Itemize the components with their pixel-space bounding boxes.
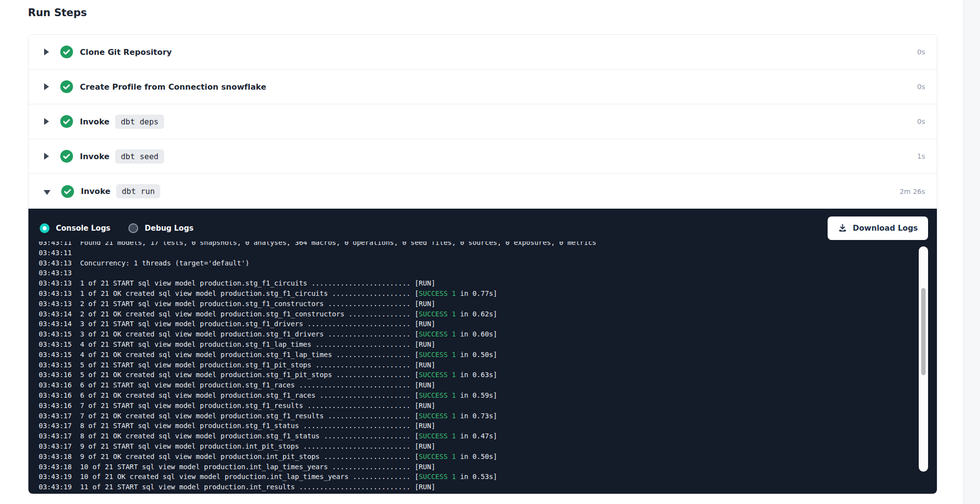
step-row-1[interactable]: Clone Git Repository0s bbox=[28, 35, 937, 70]
step-duration: 0s bbox=[917, 48, 925, 56]
log-line: 03:43:1911 of 21 START sql view model pr… bbox=[39, 482, 937, 492]
scrollbar-thumb[interactable] bbox=[921, 288, 926, 375]
download-logs-label: Download Logs bbox=[853, 224, 918, 233]
log-line: 03:43:179 of 21 START sql view model pro… bbox=[39, 441, 937, 452]
console-header: Console Logs Debug Logs Download Logs bbox=[28, 209, 937, 241]
log-line: 03:43:189 of 21 OK created sql view mode… bbox=[39, 452, 937, 462]
step-row-4[interactable]: Invokedbt seed1s bbox=[28, 139, 937, 174]
radio-unselected-icon[interactable] bbox=[128, 223, 138, 233]
download-logs-button[interactable]: Download Logs bbox=[828, 216, 928, 240]
log-line: 03:43:177 of 21 OK created sql view mode… bbox=[39, 411, 937, 421]
step-command-badge: dbt seed bbox=[115, 149, 164, 164]
step-duration: 0s bbox=[917, 83, 925, 91]
log-lines-container: 03:43:11Found 21 models, 17 tests, 0 sna… bbox=[39, 241, 937, 492]
console-scrollbar[interactable] bbox=[919, 246, 928, 472]
console-logs-label: Console Logs bbox=[56, 224, 110, 233]
log-line: 03:43:1810 of 21 START sql view model pr… bbox=[39, 462, 937, 472]
step-label: Create Profile from Connection snowflake bbox=[80, 82, 266, 92]
debug-logs-label: Debug Logs bbox=[145, 224, 194, 233]
log-line: 03:43:11 bbox=[39, 248, 937, 258]
step-row-2[interactable]: Create Profile from Connection snowflake… bbox=[28, 70, 937, 104]
log-line: 03:43:13Concurrency: 1 threads (target='… bbox=[39, 258, 937, 268]
step-rows-container: Clone Git Repository0sCreate Profile fro… bbox=[28, 35, 937, 209]
log-line: 03:43:143 of 21 START sql view model pro… bbox=[39, 319, 937, 329]
chevron-down-icon[interactable] bbox=[44, 190, 50, 195]
log-line: 03:43:132 of 21 START sql view model pro… bbox=[39, 299, 937, 309]
download-icon bbox=[838, 223, 847, 233]
step-duration: 2m 26s bbox=[900, 188, 925, 195]
log-line: 03:43:154 of 21 OK created sql view mode… bbox=[39, 350, 937, 360]
log-line: 03:43:131 of 21 START sql view model pro… bbox=[39, 278, 937, 288]
chevron-right-icon[interactable] bbox=[44, 48, 49, 55]
success-check-icon bbox=[61, 185, 74, 198]
radio-selected-icon[interactable] bbox=[40, 223, 49, 233]
success-check-icon bbox=[60, 80, 73, 93]
step-row-3[interactable]: Invokedbt deps0s bbox=[28, 104, 937, 139]
log-line: 03:43:11Found 21 models, 17 tests, 0 sna… bbox=[39, 241, 937, 248]
log-line: 03:43:167 of 21 START sql view model pro… bbox=[39, 401, 937, 411]
step-label: Invoke bbox=[80, 152, 109, 161]
page-right-gutter bbox=[963, 0, 980, 504]
step-label: Clone Git Repository bbox=[80, 48, 172, 57]
chevron-right-icon[interactable] bbox=[44, 153, 49, 160]
step-label: Invoke bbox=[81, 187, 110, 196]
step-label: Invoke bbox=[80, 117, 109, 126]
console-log-output[interactable]: 03:43:11Found 21 models, 17 tests, 0 sna… bbox=[28, 241, 937, 494]
log-line: 03:43:155 of 21 START sql view model pro… bbox=[39, 360, 937, 370]
log-line: 03:43:166 of 21 START sql view model pro… bbox=[39, 380, 937, 390]
step-command-badge: dbt deps bbox=[115, 115, 164, 129]
log-line: 03:43:13 bbox=[39, 268, 937, 278]
step-row-5[interactable]: Invokedbt run2m 26s bbox=[28, 174, 937, 209]
success-check-icon bbox=[60, 46, 73, 58]
console-panel: Console Logs Debug Logs Download Logs 03… bbox=[28, 209, 937, 494]
log-line: 03:43:142 of 21 OK created sql view mode… bbox=[39, 309, 937, 319]
step-duration: 1s bbox=[917, 152, 925, 160]
log-line: 03:43:154 of 21 START sql view model pro… bbox=[39, 339, 937, 350]
log-line: 03:43:1910 of 21 OK created sql view mod… bbox=[39, 472, 937, 482]
chevron-right-icon[interactable] bbox=[44, 118, 49, 125]
tab-debug-logs[interactable]: Debug Logs bbox=[128, 223, 194, 233]
log-line: 03:43:166 of 21 OK created sql view mode… bbox=[39, 390, 937, 401]
log-line: 03:43:178 of 21 OK created sql view mode… bbox=[39, 431, 937, 441]
success-check-icon bbox=[60, 115, 73, 128]
log-line: 03:43:165 of 21 OK created sql view mode… bbox=[39, 370, 937, 380]
success-check-icon bbox=[60, 150, 73, 163]
tab-console-logs[interactable]: Console Logs bbox=[40, 223, 110, 233]
step-command-badge: dbt run bbox=[116, 184, 160, 198]
page-title: Run Steps bbox=[28, 7, 980, 19]
step-duration: 0s bbox=[917, 118, 925, 125]
chevron-right-icon[interactable] bbox=[44, 83, 49, 90]
log-line: 03:43:131 of 21 OK created sql view mode… bbox=[39, 288, 937, 299]
run-steps-card: Clone Git Repository0sCreate Profile fro… bbox=[28, 34, 937, 494]
log-line: 03:43:153 of 21 OK created sql view mode… bbox=[39, 329, 937, 339]
log-line: 03:43:178 of 21 START sql view model pro… bbox=[39, 421, 937, 431]
